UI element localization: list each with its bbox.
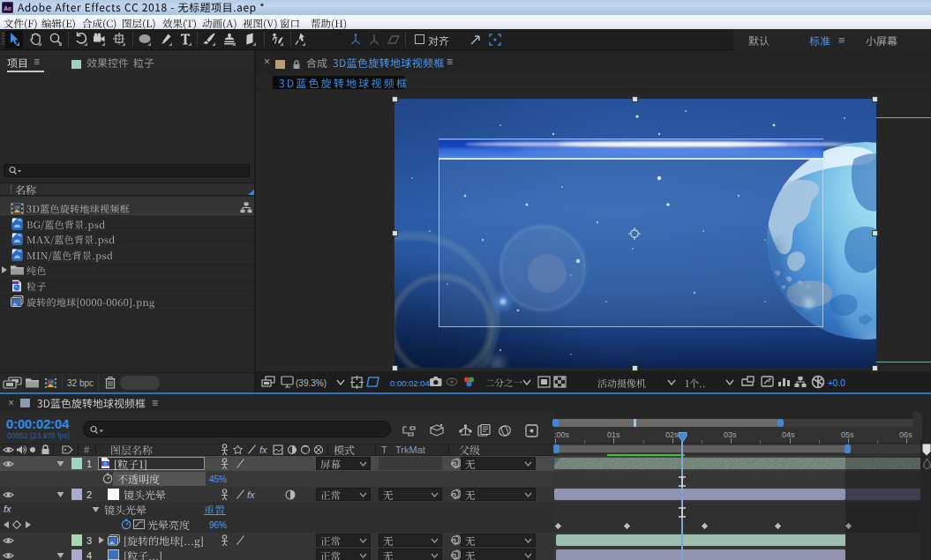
svg-text:Ae: Ae [4, 5, 11, 11]
